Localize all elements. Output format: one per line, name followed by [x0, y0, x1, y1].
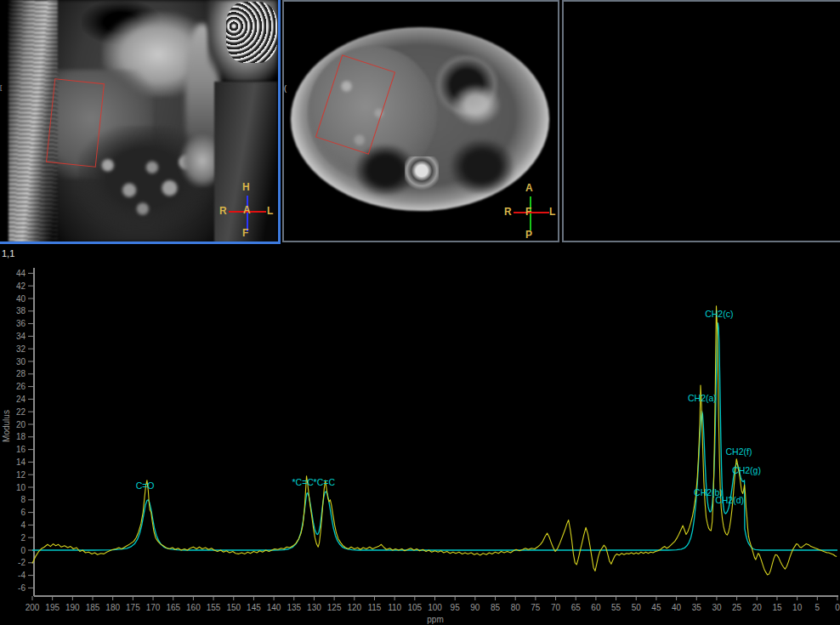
viewport-axial[interactable]: ( A R F L P	[282, 0, 559, 242]
x-tick-label: 165	[166, 603, 180, 612]
axial-stomach-region	[435, 54, 498, 116]
y-tick-label: 24	[16, 395, 26, 404]
x-tick-label: 185	[86, 603, 100, 612]
orientation-letter-left: R	[219, 206, 227, 216]
coronal-roi-box[interactable]	[46, 78, 105, 168]
app-screen: [ H R A L F ( A R F	[0, 0, 840, 625]
x-tick-label: 5	[815, 603, 820, 612]
x-tick-label: 10	[792, 603, 803, 612]
y-tick-label: 4	[20, 520, 26, 530]
x-tick-label: 70	[551, 603, 561, 612]
x-tick-label: 170	[146, 603, 161, 612]
x-tick-label: 80	[511, 603, 521, 612]
axial-orientation-marker: A R F L P	[504, 182, 559, 241]
y-tick-label: 20	[16, 420, 26, 429]
x-tick-label: 115	[367, 603, 381, 612]
orientation-letter-bottom: P	[525, 230, 532, 240]
axial-edge-glyph: (	[284, 84, 287, 93]
fitted-signal-trace	[32, 323, 837, 550]
coronal-right-shoulder	[207, 0, 277, 82]
y-tick-label: 0	[20, 546, 26, 555]
y-tick-label: 22	[16, 407, 26, 417]
axial-bright-region	[451, 83, 502, 126]
coronal-bright-blob	[180, 134, 224, 187]
viewport-empty[interactable]	[562, 0, 840, 242]
y-tick-label: 42	[16, 281, 26, 291]
y-tick-label: 6	[20, 508, 26, 517]
x-tick-label: 75	[531, 603, 541, 612]
orientation-letter-right: L	[267, 206, 273, 216]
y-tick-label: 40	[16, 294, 26, 304]
x-tick-label: 15	[772, 603, 782, 612]
orientation-letter-left: R	[504, 207, 512, 217]
x-tick-label: 0	[835, 603, 840, 612]
x-tick-label: 155	[207, 603, 221, 612]
x-tick-label: 110	[388, 603, 401, 612]
y-axis-title: Modulus	[2, 410, 11, 442]
x-tick-label: 55	[611, 603, 621, 612]
axial-roi-box[interactable]	[315, 54, 395, 154]
y-tick-label: 18	[16, 432, 26, 441]
x-tick-label: 190	[65, 603, 80, 612]
orientation-letter-center: F	[525, 207, 531, 217]
x-tick-label: 90	[470, 603, 480, 612]
coronal-edge-glyph: [	[0, 83, 2, 91]
x-tick-label: 125	[327, 603, 342, 612]
x-tick-label: 195	[45, 603, 60, 612]
x-tick-label: 40	[672, 603, 682, 612]
y-tick-label: 10	[16, 483, 26, 492]
x-tick-label: 160	[186, 603, 201, 612]
x-tick-label: 180	[105, 603, 120, 612]
y-tick-label: 26	[16, 382, 26, 391]
x-tick-label: 50	[632, 603, 642, 612]
x-tick-label: 20	[752, 603, 763, 612]
y-tick-label: 34	[16, 332, 26, 341]
peak-label: *C=C	[292, 477, 314, 487]
x-tick-label: 60	[591, 603, 601, 612]
coronal-dark-region	[82, 0, 160, 44]
orientation-letter-top: A	[525, 183, 533, 193]
y-tick-label: 32	[16, 344, 26, 354]
coronal-vessel-band	[185, 24, 219, 185]
x-tick-label: 65	[571, 603, 582, 612]
y-tick-label: 12	[16, 470, 26, 480]
spectrum-cell-label: 1,1	[2, 248, 14, 259]
orientation-letter-right: L	[549, 207, 555, 217]
y-tick-label: 38	[16, 306, 26, 315]
coronal-artifact-rings	[226, 2, 277, 63]
peak-label: CH2(d)	[715, 495, 744, 505]
y-tick-label: -6	[18, 583, 26, 593]
peak-label: CH2(g)	[732, 465, 761, 475]
viewport-coronal[interactable]: [ H R A L F	[0, 0, 281, 244]
y-tick-label: -4	[18, 571, 26, 580]
y-tick-label: 36	[16, 319, 26, 328]
y-tick-label: 2	[20, 533, 26, 543]
x-axis-title: ppm	[427, 615, 443, 624]
x-tick-label: 85	[491, 603, 501, 612]
x-tick-label: 105	[407, 603, 422, 612]
spectrum-chart[interactable]: 4442403836343230282624222018161412108642…	[0, 246, 840, 625]
x-tick-label: 145	[247, 603, 261, 612]
x-tick-label: 200	[26, 603, 40, 612]
coronal-heart-region	[102, 12, 204, 97]
y-tick-label: 8	[20, 495, 26, 504]
x-tick-label: 130	[307, 603, 321, 612]
peak-label: CH2(c)	[705, 309, 733, 319]
y-tick-label: -2	[18, 558, 26, 567]
spectrum-panel[interactable]: 1,1 444240383634323028262422201816141210…	[0, 246, 840, 625]
peak-label: C=O	[136, 480, 155, 491]
x-tick-label: 35	[692, 603, 702, 612]
x-tick-label: 120	[347, 603, 361, 612]
x-tick-label: 25	[732, 603, 742, 612]
y-tick-label: 44	[16, 269, 26, 278]
orientation-letter-center: A	[243, 205, 251, 215]
orientation-letter-bottom: F	[242, 228, 248, 238]
coronal-orientation-marker: H R A L F	[218, 182, 277, 240]
x-tick-label: 30	[712, 603, 722, 612]
x-tick-label: 140	[267, 603, 281, 612]
x-tick-label: 95	[451, 603, 461, 612]
y-tick-label: 16	[16, 445, 26, 454]
orientation-letter-top: H	[242, 182, 250, 192]
y-tick-label: 30	[16, 357, 26, 366]
x-tick-label: 175	[126, 603, 140, 612]
